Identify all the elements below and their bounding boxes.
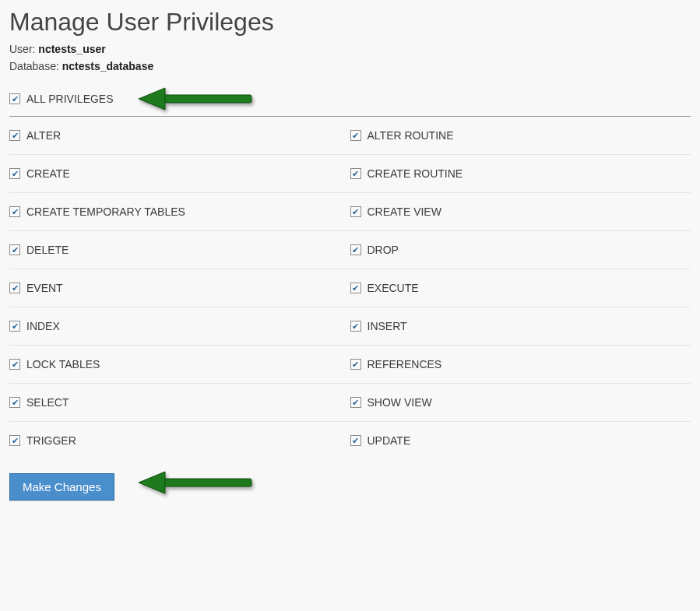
privilege-checkbox[interactable]: ✔: [9, 435, 20, 446]
privilege-checkbox[interactable]: ✔: [9, 359, 20, 370]
privilege-cell: ✔SELECT: [9, 384, 350, 422]
privilege-checkbox[interactable]: ✔: [350, 168, 361, 179]
privilege-cell: ✔ALTER: [9, 117, 350, 155]
privilege-cell: ✔EVENT: [9, 269, 350, 307]
user-line: User: nctests_user: [9, 43, 691, 55]
all-privileges-row: ✔ ALL PRIVILEGES: [9, 86, 691, 117]
privilege-cell: ✔CREATE ROUTINE: [350, 155, 691, 193]
privilege-cell: ✔CREATE VIEW: [350, 193, 691, 231]
all-privileges-checkbox[interactable]: ✔: [9, 93, 20, 104]
privilege-checkbox[interactable]: ✔: [350, 206, 361, 217]
privilege-checkbox[interactable]: ✔: [9, 397, 20, 408]
privilege-label: CREATE TEMPORARY TABLES: [26, 205, 185, 218]
all-privileges-label: ALL PRIVILEGES: [26, 93, 114, 105]
privilege-label: CREATE VIEW: [368, 205, 441, 218]
privilege-cell: ✔TRIGGER: [9, 422, 350, 459]
privilege-label: INSERT: [368, 320, 407, 332]
database-line: Database: nctests_database: [9, 60, 691, 72]
privilege-label: CREATE ROUTINE: [368, 167, 463, 180]
privilege-checkbox[interactable]: ✔: [350, 321, 361, 332]
make-changes-button[interactable]: Make Changes: [9, 473, 114, 500]
page-title: Manage User Privileges: [9, 8, 691, 37]
privilege-label: LOCK TABLES: [26, 358, 100, 370]
privilege-label: ALTER: [26, 129, 61, 142]
privilege-label: EXECUTE: [368, 282, 419, 294]
privilege-checkbox[interactable]: ✔: [9, 168, 20, 179]
privilege-cell: ✔DROP: [350, 231, 691, 269]
privilege-grid: ✔ALTER✔ALTER ROUTINE✔CREATE✔CREATE ROUTI…: [9, 117, 691, 459]
privilege-checkbox[interactable]: ✔: [350, 283, 361, 293]
privilege-cell: ✔CREATE TEMPORARY TABLES: [9, 193, 350, 231]
privilege-cell: ✔SHOW VIEW: [350, 384, 691, 422]
annotation-arrow-icon: [134, 85, 259, 114]
privilege-cell: ✔LOCK TABLES: [9, 346, 350, 384]
privilege-label: INDEX: [26, 320, 60, 332]
annotation-arrow-icon: [134, 469, 259, 498]
privilege-label: ALTER ROUTINE: [368, 129, 454, 142]
privilege-label: REFERENCES: [368, 358, 442, 370]
privilege-label: SELECT: [26, 396, 69, 409]
privilege-label: UPDATE: [368, 434, 411, 447]
database-value: nctests_database: [62, 60, 154, 72]
privilege-checkbox[interactable]: ✔: [9, 283, 20, 293]
privilege-cell: ✔INDEX: [9, 307, 350, 346]
privilege-label: TRIGGER: [26, 434, 76, 447]
privilege-label: SHOW VIEW: [368, 396, 432, 409]
database-label: Database:: [9, 60, 59, 72]
user-value: nctests_user: [38, 43, 105, 55]
privilege-checkbox[interactable]: ✔: [350, 244, 361, 255]
svg-rect-0: [162, 95, 252, 103]
svg-marker-1: [139, 88, 165, 110]
svg-rect-2: [162, 479, 252, 486]
privilege-checkbox[interactable]: ✔: [350, 435, 361, 446]
privilege-checkbox[interactable]: ✔: [350, 359, 361, 370]
privilege-label: CREATE: [26, 167, 70, 180]
privilege-label: EVENT: [26, 282, 63, 294]
privilege-cell: ✔ALTER ROUTINE: [350, 117, 691, 155]
privilege-cell: ✔INSERT: [350, 307, 691, 346]
privilege-cell: ✔UPDATE: [350, 422, 691, 459]
privilege-cell: ✔REFERENCES: [350, 346, 691, 384]
privilege-cell: ✔DELETE: [9, 231, 350, 269]
privilege-checkbox[interactable]: ✔: [9, 206, 20, 217]
svg-marker-3: [139, 472, 165, 493]
user-label: User:: [9, 43, 35, 55]
privilege-cell: ✔EXECUTE: [350, 269, 691, 307]
privilege-checkbox[interactable]: ✔: [350, 397, 361, 408]
privilege-checkbox[interactable]: ✔: [350, 130, 361, 141]
privilege-cell: ✔CREATE: [9, 155, 350, 193]
privilege-label: DELETE: [26, 244, 69, 256]
privilege-checkbox[interactable]: ✔: [9, 321, 20, 332]
privilege-checkbox[interactable]: ✔: [9, 130, 20, 141]
privilege-checkbox[interactable]: ✔: [9, 244, 20, 255]
privilege-label: DROP: [368, 244, 399, 256]
